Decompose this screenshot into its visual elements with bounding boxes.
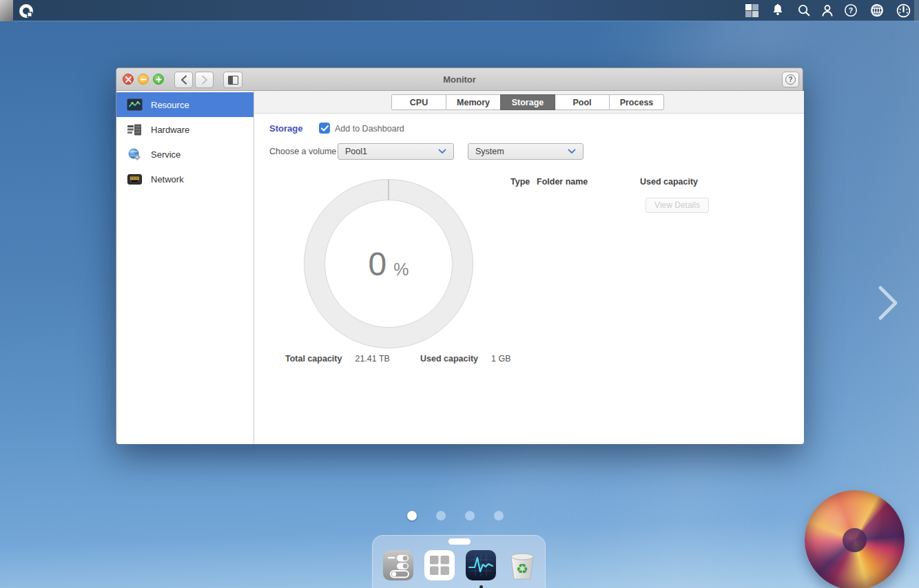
- used-capacity-label: Used capacity: [420, 354, 478, 364]
- chevron-down-icon: [568, 147, 576, 156]
- total-capacity-label: Total capacity: [285, 354, 342, 364]
- volume-select-value: Pool1: [345, 147, 367, 156]
- recycle-bin-icon[interactable]: ♻: [506, 549, 539, 582]
- add-to-dashboard-label: Add to Dashboard: [335, 124, 404, 134]
- tab-process[interactable]: Process: [609, 94, 664, 110]
- brand-swirl-logo: [805, 490, 905, 588]
- app-center-icon[interactable]: [423, 549, 456, 582]
- page-dot-2[interactable]: [436, 511, 446, 521]
- sidebar-item-service[interactable]: Service: [116, 142, 254, 167]
- add-to-dashboard-checkbox[interactable]: [319, 123, 330, 134]
- view-details-button[interactable]: View Details: [646, 198, 709, 213]
- sidebar-item-label: Service: [151, 149, 180, 160]
- dock-handle[interactable]: [448, 538, 471, 545]
- monitor-window: Monitor ? Resource Hardware Service: [116, 67, 803, 444]
- desktop-page-dots: [407, 511, 504, 521]
- sidebar-item-network[interactable]: Network: [116, 167, 254, 191]
- usage-donut-chart: 0 %: [304, 179, 473, 348]
- total-capacity-value: 21.41 TB: [355, 354, 390, 364]
- apps-grid-glyph: [745, 4, 758, 17]
- resource-chart-icon: [126, 98, 143, 112]
- usage-percent-unit: %: [393, 249, 409, 280]
- user-icon[interactable]: [819, 2, 836, 19]
- storage-panel: Storage Add to Dashboard Choose a volume…: [254, 114, 804, 444]
- tab-pool[interactable]: Pool: [555, 94, 610, 110]
- capacity-summary: Total capacity 21.41 TB Used capacity 1 …: [285, 354, 511, 364]
- corner-strip: [0, 0, 13, 21]
- sidebar-item-label: Hardware: [151, 125, 189, 135]
- tab-memory[interactable]: Memory: [446, 94, 501, 110]
- scope-select-value: System: [475, 147, 504, 156]
- top-bar: ?: [0, 0, 919, 21]
- window-sidebar: Resource Hardware Service Network: [116, 91, 254, 444]
- sidebar-item-resource[interactable]: Resource: [116, 92, 254, 117]
- monitor-app-icon[interactable]: [464, 549, 497, 582]
- page-dot-3[interactable]: [465, 511, 475, 521]
- qnap-logo-icon[interactable]: [19, 3, 34, 19]
- help-icon[interactable]: ?: [843, 2, 859, 19]
- page-dot-4[interactable]: [494, 511, 504, 521]
- network-port-icon: [126, 172, 143, 186]
- tab-cpu[interactable]: CPU: [391, 94, 446, 110]
- column-header-folder-name: Folder name: [537, 177, 588, 187]
- search-icon[interactable]: [796, 2, 812, 19]
- used-capacity-value: 1 GB: [491, 354, 511, 364]
- resource-gauge-icon[interactable]: [895, 2, 911, 19]
- svg-text:?: ?: [849, 6, 853, 14]
- apps-grid-icon[interactable]: [743, 2, 760, 19]
- column-header-used-capacity: Used capacity: [640, 177, 698, 187]
- chevron-down-icon: [438, 147, 446, 156]
- choose-volume-label: Choose a volume: [269, 147, 336, 156]
- hardware-nas-icon: [126, 123, 143, 136]
- question-mark-icon: ?: [785, 74, 796, 85]
- window-titlebar: Monitor ?: [116, 68, 803, 91]
- usage-percent-value: 0: [369, 245, 387, 283]
- donut-center: 0 %: [324, 200, 453, 328]
- donut-zero-tick: [388, 180, 389, 200]
- service-globe-gear-icon: [126, 147, 143, 161]
- sidebar-item-label: Resource: [151, 100, 189, 110]
- brand-swirl-core: [843, 528, 867, 552]
- column-header-type: Type: [510, 177, 530, 187]
- volume-select[interactable]: Pool1: [338, 143, 454, 160]
- next-desktop-chevron-icon[interactable]: [875, 284, 901, 325]
- window-title: Monitor: [116, 68, 803, 91]
- tab-storage[interactable]: Storage: [500, 94, 555, 110]
- dock: ♻: [372, 535, 546, 588]
- page-dot-1[interactable]: [407, 511, 417, 521]
- tab-strip: CPU Memory Storage Pool Process: [254, 91, 804, 114]
- sidebar-item-label: Network: [151, 174, 184, 185]
- running-app-indicator: [479, 585, 483, 588]
- scope-select[interactable]: System: [468, 143, 584, 160]
- control-panel-icon[interactable]: [382, 549, 415, 582]
- svg-text:♻: ♻: [516, 560, 528, 577]
- topbar-edge-highlight: [914, 0, 919, 21]
- window-help-button[interactable]: ?: [782, 72, 799, 87]
- language-globe-icon[interactable]: [869, 2, 885, 19]
- section-title: Storage: [269, 123, 302, 134]
- notification-bell-icon[interactable]: [770, 2, 786, 19]
- sidebar-item-hardware[interactable]: Hardware: [116, 117, 254, 142]
